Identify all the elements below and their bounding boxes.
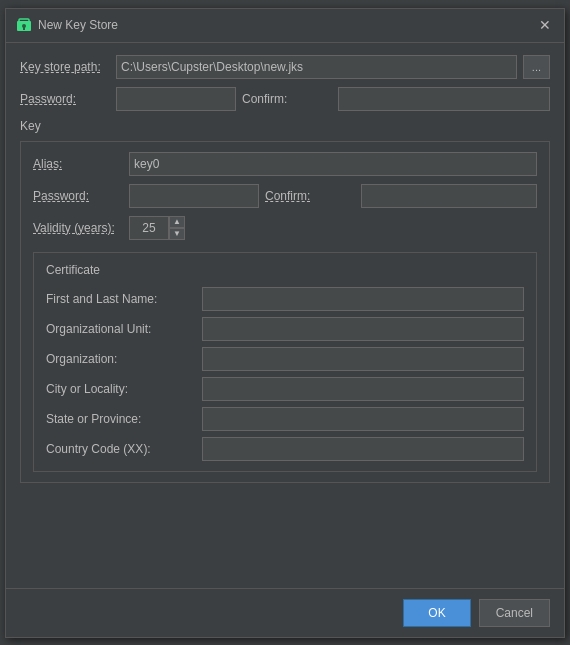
validity-label: Validity (years): — [33, 221, 123, 235]
city-input[interactable] — [202, 377, 524, 401]
state-input[interactable] — [202, 407, 524, 431]
validity-row: Validity (years): ▲ ▼ — [33, 216, 537, 240]
first-last-label: First and Last Name: — [46, 292, 196, 306]
confirm-input[interactable] — [338, 87, 550, 111]
confirm-label: Confirm: — [242, 92, 332, 106]
org-label: Organization: — [46, 352, 196, 366]
org-unit-input[interactable] — [202, 317, 524, 341]
state-row: State or Province: — [46, 407, 524, 431]
validity-input[interactable] — [129, 216, 169, 240]
spinner-down-button[interactable]: ▼ — [169, 228, 185, 240]
svg-rect-3 — [23, 27, 25, 30]
certificate-title: Certificate — [46, 263, 524, 277]
validity-spinner: ▲ ▼ — [129, 216, 185, 240]
alias-label: Alias: — [33, 157, 123, 171]
key-store-icon — [16, 17, 32, 33]
org-unit-label: Organizational Unit: — [46, 322, 196, 336]
certificate-section: Certificate First and Last Name: Organiz… — [33, 252, 537, 472]
alias-input[interactable] — [129, 152, 537, 176]
org-input[interactable] — [202, 347, 524, 371]
close-button[interactable]: ✕ — [536, 16, 554, 34]
country-label: Country Code (XX): — [46, 442, 196, 456]
new-key-store-dialog: New Key Store ✕ Key store path: ... Pass… — [5, 8, 565, 638]
key-password-label: Password: — [33, 189, 123, 203]
key-section-label: Key — [20, 119, 550, 133]
password-label: Password: — [20, 92, 110, 106]
org-row: Organization: — [46, 347, 524, 371]
key-password-input[interactable] — [129, 184, 259, 208]
city-row: City or Locality: — [46, 377, 524, 401]
key-confirm-label: Confirm: — [265, 189, 355, 203]
keystore-path-label: Key store path: — [20, 60, 110, 74]
title-bar-left: New Key Store — [16, 17, 118, 33]
keystore-path-input[interactable] — [116, 55, 517, 79]
dialog-title: New Key Store — [38, 18, 118, 32]
key-confirm-input[interactable] — [361, 184, 537, 208]
state-label: State or Province: — [46, 412, 196, 426]
spinner-buttons: ▲ ▼ — [169, 216, 185, 240]
country-row: Country Code (XX): — [46, 437, 524, 461]
password-row: Password: Confirm: — [20, 87, 550, 111]
first-last-input[interactable] — [202, 287, 524, 311]
browse-button[interactable]: ... — [523, 55, 550, 79]
password-input[interactable] — [116, 87, 236, 111]
key-section: Alias: Password: Confirm: Validity (year… — [20, 141, 550, 483]
country-input[interactable] — [202, 437, 524, 461]
spinner-up-button[interactable]: ▲ — [169, 216, 185, 228]
cancel-button[interactable]: Cancel — [479, 599, 550, 627]
alias-row: Alias: — [33, 152, 537, 176]
org-unit-row: Organizational Unit: — [46, 317, 524, 341]
keystore-path-row: Key store path: ... — [20, 55, 550, 79]
first-last-row: First and Last Name: — [46, 287, 524, 311]
key-password-row: Password: Confirm: — [33, 184, 537, 208]
ok-button[interactable]: OK — [403, 599, 470, 627]
dialog-body: Key store path: ... Password: Confirm: K… — [6, 43, 564, 588]
city-label: City or Locality: — [46, 382, 196, 396]
dialog-footer: OK Cancel — [6, 588, 564, 637]
title-bar: New Key Store ✕ — [6, 9, 564, 43]
